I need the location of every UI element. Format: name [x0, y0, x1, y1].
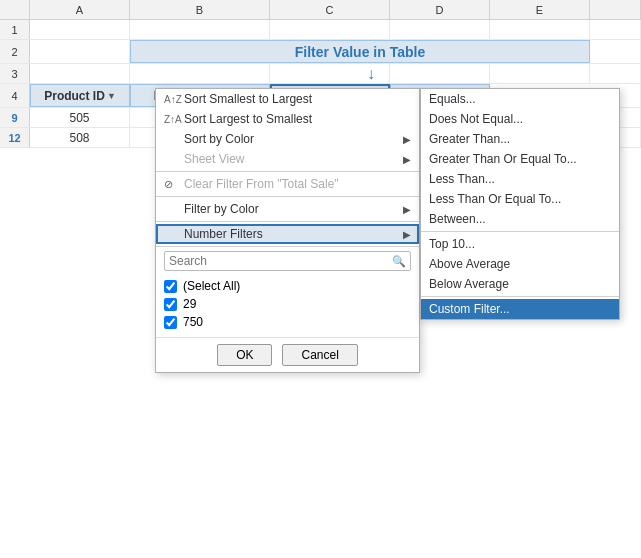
sort-desc-icon: Z↑A	[164, 114, 184, 125]
column-headers: A B C D E	[0, 0, 641, 20]
checkbox-29-input[interactable]	[164, 298, 177, 311]
row-num-1: 1	[0, 20, 30, 39]
separator-2	[156, 196, 419, 197]
separator-4	[156, 246, 419, 247]
col-header-e: D	[390, 0, 490, 19]
clear-filter-label: Clear Filter From "Total Sale"	[184, 177, 339, 191]
cancel-button[interactable]: Cancel	[282, 344, 357, 366]
col-header-c: B	[130, 0, 270, 19]
custom-filter-label: Custom Filter...	[429, 302, 510, 316]
filter-color-label: Filter by Color	[184, 202, 259, 216]
sort-desc-item[interactable]: Z↑A Sort Largest to Smallest	[156, 109, 419, 129]
dropdown-menu: A↑Z Sort Smallest to Largest Z↑A Sort La…	[155, 88, 420, 373]
above-avg-label: Above Average	[429, 257, 510, 271]
checkbox-list: (Select All) 29 750	[156, 275, 419, 337]
not-equal-label: Does Not Equal...	[429, 112, 523, 126]
title-cell: Filter Value in Table	[130, 40, 590, 63]
greater-equal-item[interactable]: Greater Than Or Equal To...	[421, 149, 619, 169]
number-filters-submenu: Equals... Does Not Equal... Greater Than…	[420, 88, 620, 320]
top10-item[interactable]: Top 10...	[421, 234, 619, 254]
sort-asc-item[interactable]: A↑Z Sort Smallest to Largest	[156, 89, 419, 109]
number-filters-label: Number Filters	[184, 227, 263, 241]
corner-cell	[0, 0, 30, 19]
cell-1e	[390, 20, 490, 39]
greater-than-label: Greater Than...	[429, 132, 510, 146]
sort-color-label: Sort by Color	[184, 132, 254, 146]
search-box[interactable]: 🔍	[164, 251, 411, 271]
cell-3c	[130, 64, 270, 83]
spreadsheet: A B C D E 1 2 Filter Value in Table 3	[0, 0, 641, 558]
cell-1c	[130, 20, 270, 39]
less-than-label: Less Than...	[429, 172, 495, 186]
row-num-12: 12	[0, 128, 30, 147]
row-num-2: 2	[0, 40, 30, 63]
cell-9b: 505	[30, 108, 130, 127]
search-icon: 🔍	[392, 255, 406, 268]
sort-color-arrow: ▶	[403, 134, 411, 145]
cell-3b	[30, 64, 130, 83]
number-filters-arrow: ▶	[403, 229, 411, 240]
greater-equal-label: Greater Than Or Equal To...	[429, 152, 577, 166]
cell-1d	[270, 20, 390, 39]
checkbox-29-label: 29	[183, 297, 196, 311]
equals-label: Equals...	[429, 92, 476, 106]
ok-button[interactable]: OK	[217, 344, 272, 366]
col-header-rest	[590, 0, 641, 19]
custom-filter-item[interactable]: Custom Filter...	[421, 299, 619, 319]
cell-3rest	[590, 64, 641, 83]
cell-12b: 508	[30, 128, 130, 147]
cell-product-id[interactable]: Product ID ▼	[30, 84, 130, 107]
col-header-d: C	[270, 0, 390, 19]
checkbox-750-label: 750	[183, 315, 203, 329]
equals-item[interactable]: Equals...	[421, 89, 619, 109]
cell-2rest	[590, 40, 641, 63]
product-id-label: Product ID	[44, 89, 105, 103]
submenu-separator-2	[421, 296, 619, 297]
separator-3	[156, 221, 419, 222]
filter-color-item[interactable]: Filter by Color ▶	[156, 199, 419, 219]
between-item[interactable]: Between...	[421, 209, 619, 229]
number-filters-item[interactable]: Number Filters ▶	[156, 224, 419, 244]
sheet-view-arrow: ▶	[403, 154, 411, 165]
checkbox-select-all-label: (Select All)	[183, 279, 240, 293]
clear-filter-item: ⊘ Clear Filter From "Total Sale"	[156, 174, 419, 194]
product-id-filter-icon[interactable]: ▼	[107, 91, 116, 101]
col-header-b: A	[30, 0, 130, 19]
sort-asc-label: Sort Smallest to Largest	[184, 92, 312, 106]
col-header-f: E	[490, 0, 590, 19]
below-avg-label: Below Average	[429, 277, 509, 291]
less-equal-item[interactable]: Less Than Or Equal To...	[421, 189, 619, 209]
row-3: 3	[0, 64, 641, 84]
sheet-view-item: Sheet View ▶	[156, 149, 419, 169]
row-1: 1	[0, 20, 641, 40]
cell-3e	[390, 64, 490, 83]
separator-1	[156, 171, 419, 172]
cell-1f	[490, 20, 590, 39]
cell-3f	[490, 64, 590, 83]
sort-desc-label: Sort Largest to Smallest	[184, 112, 312, 126]
checkbox-750-input[interactable]	[164, 316, 177, 329]
less-than-item[interactable]: Less Than...	[421, 169, 619, 189]
checkbox-select-all-input[interactable]	[164, 280, 177, 293]
sort-color-item[interactable]: Sort by Color ▶	[156, 129, 419, 149]
dialog-buttons: OK Cancel	[156, 337, 419, 372]
checkbox-select-all[interactable]: (Select All)	[164, 277, 411, 295]
submenu-separator	[421, 231, 619, 232]
row-num-3: 3	[0, 64, 30, 83]
not-equal-item[interactable]: Does Not Equal...	[421, 109, 619, 129]
checkbox-29[interactable]: 29	[164, 295, 411, 313]
greater-than-item[interactable]: Greater Than...	[421, 129, 619, 149]
checkbox-750[interactable]: 750	[164, 313, 411, 331]
above-avg-item[interactable]: Above Average	[421, 254, 619, 274]
sort-asc-icon: A↑Z	[164, 94, 184, 105]
row-2: 2 Filter Value in Table	[0, 40, 641, 64]
row-num-4: 4	[0, 84, 30, 107]
below-avg-item[interactable]: Below Average	[421, 274, 619, 294]
search-input[interactable]	[169, 254, 392, 268]
cell-1b	[30, 20, 130, 39]
row-num-9: 9	[0, 108, 30, 127]
cell-1rest	[590, 20, 641, 39]
less-equal-label: Less Than Or Equal To...	[429, 192, 561, 206]
sheet-view-label: Sheet View	[184, 152, 245, 166]
between-label: Between...	[429, 212, 486, 226]
